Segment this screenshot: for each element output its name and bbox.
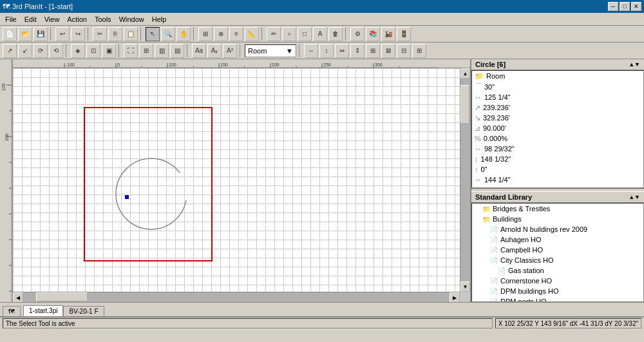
select-button[interactable]: ↖: [146, 27, 160, 41]
tb2-btn9[interactable]: ⊞: [139, 44, 153, 58]
cut-button[interactable]: ✂: [93, 27, 107, 41]
v-scrollbar[interactable]: ▲ ▼: [460, 68, 470, 292]
menu-window[interactable]: Window: [115, 14, 148, 24]
tb2-btnC[interactable]: ⇔: [335, 44, 349, 58]
tb2-btn14[interactable]: A²: [223, 44, 237, 58]
sep8: [118, 44, 121, 57]
draw-button[interactable]: ✏: [267, 27, 281, 41]
measure-button[interactable]: 📐: [245, 27, 259, 41]
prop-button[interactable]: ⚙: [350, 27, 365, 41]
tb2-btn2[interactable]: ↙: [18, 44, 32, 58]
tb2-btn7[interactable]: ▣: [102, 44, 116, 58]
prop-row-5: % 0.000%: [472, 133, 643, 144]
new-button[interactable]: 📄: [3, 27, 17, 41]
title-bar-controls[interactable]: ─ □ ✕: [608, 2, 641, 11]
svg-text:0: 0: [117, 62, 120, 67]
scroll-track-h[interactable]: [23, 292, 450, 302]
open-button[interactable]: 📂: [18, 27, 32, 41]
tb2-btnE[interactable]: ⊞: [366, 44, 380, 58]
tb2-btn11[interactable]: ▤: [170, 44, 184, 58]
menu-action[interactable]: Action: [63, 14, 91, 24]
signal-button[interactable]: 🚦: [397, 27, 411, 41]
panel-scroll-icon[interactable]: ▲▼: [629, 61, 640, 68]
tree-auhagen[interactable]: 📄 Auhagen HO: [472, 234, 643, 245]
tree-bridges[interactable]: 📁 Bridges & Trestles: [472, 204, 643, 214]
properties-header: Circle [6] ▲▼: [471, 59, 644, 70]
snap-button[interactable]: ⊕: [214, 27, 228, 41]
dim4-icon: ⊿: [475, 124, 480, 133]
circle-handle[interactable]: [125, 195, 129, 199]
save-button[interactable]: 💾: [33, 27, 48, 41]
svg-text:150: 150: [220, 62, 228, 67]
maximize-button[interactable]: □: [620, 2, 630, 11]
prop-row-8: ↑ 0": [472, 164, 643, 175]
tb2-btn5[interactable]: ◈: [71, 44, 85, 58]
tb2-btnD[interactable]: ⇕: [350, 44, 365, 58]
tree-dpm-parts[interactable]: 📄 DPM parts HO: [472, 296, 643, 302]
scroll-track-v[interactable]: [460, 79, 470, 281]
scroll-left-button[interactable]: ◀: [13, 292, 23, 302]
library-scroll[interactable]: 📁 Bridges & Trestles 📁 Buildings 📄 Arnol…: [471, 203, 644, 302]
tb2-btnF[interactable]: ⊠: [381, 44, 395, 58]
copy-button[interactable]: ⎘: [108, 27, 122, 41]
zoom-button[interactable]: 🔍: [161, 27, 175, 41]
scroll-thumb-v[interactable]: [460, 85, 469, 124]
h-scrollbar[interactable]: ◀ ▶: [13, 292, 460, 302]
redo-button[interactable]: ↪: [71, 27, 85, 41]
tab-bv20[interactable]: BV-20-1 F: [63, 306, 104, 316]
menu-view[interactable]: View: [41, 14, 64, 24]
tree-dpm-buildings[interactable]: 📄 DPM buildings HO: [472, 286, 643, 296]
ruler-top: -100 0 100 150 200 250 300: [13, 59, 470, 68]
menu-tools[interactable]: Tools: [91, 14, 115, 24]
title-bar: 🗺 3rd PlanIt - [1-start] ─ □ ✕: [0, 0, 644, 13]
tree-cityclassics[interactable]: 📄 City Classics HO: [472, 255, 643, 265]
scroll-right-button[interactable]: ▶: [450, 292, 460, 302]
status-coords: X 102 25/32 Y 143 9/16" dX -41 31/3 dY 2…: [495, 318, 641, 328]
tb2-btnB[interactable]: ↕: [319, 44, 334, 58]
menu-file[interactable]: File: [1, 14, 21, 24]
canvas-area[interactable]: ▲ ▼ ◀ ▶: [13, 68, 470, 302]
tree-cornerstone[interactable]: 📄 Cornerstone HO: [472, 276, 643, 286]
menu-help[interactable]: Help: [148, 14, 171, 24]
tb2-btn13[interactable]: A₁: [207, 44, 222, 58]
tb2-btn3[interactable]: ⟳: [33, 44, 48, 58]
layer-button[interactable]: ≡: [229, 27, 243, 41]
pan-button[interactable]: ✋: [176, 27, 191, 41]
tb2-btn6[interactable]: ⊡: [86, 44, 100, 58]
scroll-up-button[interactable]: ▲: [460, 68, 470, 79]
tb2-btn10[interactable]: ▥: [155, 44, 169, 58]
grid-button[interactable]: ⊞: [198, 27, 213, 41]
tree-campbell[interactable]: 📄 Campbell HO: [472, 245, 643, 255]
status-message: The Select Tool is active: [3, 318, 493, 328]
track-button[interactable]: 🚂: [381, 27, 395, 41]
rect-button[interactable]: □: [298, 27, 312, 41]
menu-edit[interactable]: Edit: [21, 14, 41, 24]
layer-dropdown[interactable]: Room ▼: [245, 44, 296, 57]
scroll-down-button[interactable]: ▼: [460, 281, 470, 292]
tb2-btn8[interactable]: ⛶: [124, 44, 138, 58]
delete-button[interactable]: 🗑: [328, 27, 343, 41]
lib-button[interactable]: 📚: [366, 27, 380, 41]
prop-row-0: ⌒ 30": [472, 81, 643, 92]
minimize-button[interactable]: ─: [608, 2, 618, 11]
tb2-btn4[interactable]: ⟲: [49, 44, 63, 58]
scroll-thumb-h[interactable]: [36, 292, 88, 301]
tb2-btnH[interactable]: ⊞: [412, 44, 426, 58]
tab-1-start[interactable]: 1-start.3pi: [23, 305, 63, 316]
tree-arnold[interactable]: 📄 Arnold N buildings rev 2009: [472, 224, 643, 234]
tb2-btn1[interactable]: ↗: [3, 44, 17, 58]
circle-button[interactable]: ○: [282, 27, 296, 41]
tb2-btn12[interactable]: Aa: [192, 44, 206, 58]
svg-text:300: 300: [375, 62, 383, 67]
tb2-btnG[interactable]: ⊟: [397, 44, 411, 58]
tree-buildings[interactable]: 📁 Buildings: [472, 214, 643, 224]
tree-gasstation[interactable]: 📄 Gas station: [472, 265, 643, 276]
sep5: [261, 28, 264, 41]
text-button[interactable]: A: [313, 27, 327, 41]
close-button[interactable]: ✕: [631, 2, 641, 11]
tb2-btnA[interactable]: ↔: [304, 44, 318, 58]
undo-button[interactable]: ↩: [55, 27, 70, 41]
properties-scroll[interactable]: 📁 Room ⌒ 30" ↔ 125 1/4" ↗ 239.236' ↘: [471, 70, 644, 188]
paste-button[interactable]: 📋: [124, 27, 138, 41]
lib-scroll-icon[interactable]: ▲▼: [629, 194, 640, 200]
